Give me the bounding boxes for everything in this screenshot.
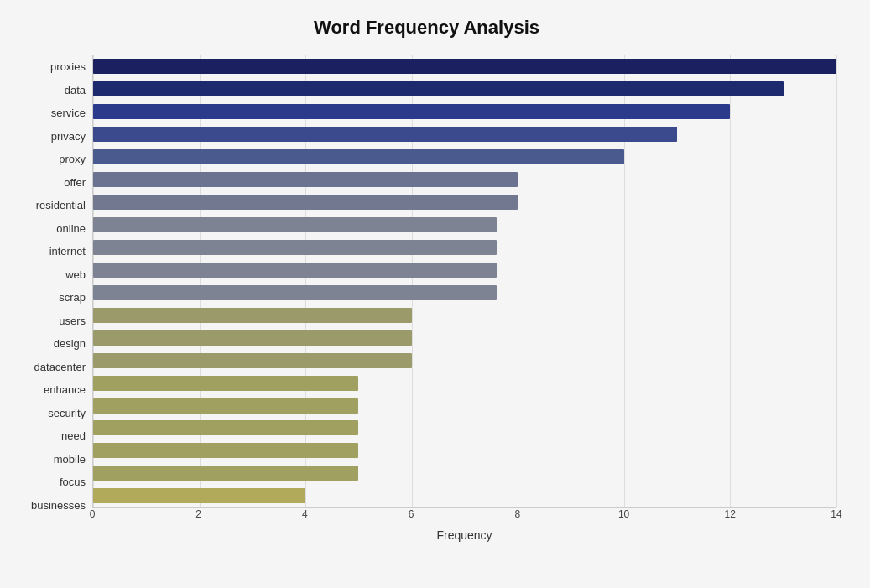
grid-line bbox=[412, 55, 413, 507]
bar-row bbox=[93, 193, 836, 211]
bar-row bbox=[93, 102, 836, 121]
bar-row bbox=[93, 306, 836, 325]
y-label: enhance bbox=[44, 384, 86, 395]
bar-row bbox=[93, 80, 836, 98]
y-label: residential bbox=[36, 200, 86, 211]
x-ticks-row: 02468101214 bbox=[92, 508, 836, 525]
x-tick: 4 bbox=[302, 508, 308, 520]
y-label: focus bbox=[60, 476, 86, 487]
x-tick: 2 bbox=[195, 508, 201, 520]
y-axis: proxiesdataserviceprivacyproxyofferresid… bbox=[17, 55, 92, 542]
chart-container: Word Frequency Analysis proxiesdataservi… bbox=[0, 0, 870, 588]
bar bbox=[93, 127, 677, 142]
bar bbox=[93, 263, 497, 278]
y-label: service bbox=[51, 107, 86, 118]
bar bbox=[93, 217, 497, 232]
y-label: web bbox=[65, 269, 86, 280]
y-label: online bbox=[56, 223, 86, 234]
y-label: businesses bbox=[31, 500, 86, 511]
bar bbox=[93, 420, 358, 435]
bar bbox=[93, 398, 358, 414]
bar bbox=[93, 330, 412, 346]
bar-row bbox=[93, 216, 836, 234]
bar bbox=[93, 353, 412, 368]
grid-line bbox=[730, 55, 731, 507]
bar bbox=[93, 81, 784, 96]
bar bbox=[93, 149, 624, 164]
bar bbox=[93, 376, 358, 391]
grid-line bbox=[624, 55, 625, 507]
y-label: proxy bbox=[59, 154, 86, 164]
y-label: users bbox=[59, 315, 86, 326]
bar bbox=[93, 195, 518, 210]
bar-row bbox=[93, 238, 836, 257]
bar bbox=[93, 240, 497, 255]
x-tick: 14 bbox=[831, 508, 841, 520]
bar-row bbox=[93, 57, 836, 75]
y-label: internet bbox=[49, 246, 86, 257]
grid-line bbox=[836, 55, 837, 507]
bars-area bbox=[92, 55, 836, 508]
x-tick: 6 bbox=[409, 508, 414, 520]
bar-row bbox=[93, 148, 836, 166]
chart-area: proxiesdataserviceprivacyproxyofferresid… bbox=[17, 55, 836, 542]
x-tick: 0 bbox=[90, 508, 96, 520]
x-tick: 8 bbox=[515, 508, 521, 520]
grid-line bbox=[305, 55, 306, 507]
y-label: datacenter bbox=[34, 362, 86, 372]
bar-row bbox=[93, 125, 836, 143]
chart-title: Word Frequency Analysis bbox=[17, 17, 836, 39]
grid-line bbox=[518, 55, 518, 507]
bar bbox=[93, 488, 305, 503]
bar-row bbox=[93, 464, 836, 482]
y-label: need bbox=[61, 430, 86, 441]
bar bbox=[93, 308, 412, 323]
x-tick: 12 bbox=[725, 508, 736, 520]
bar-row bbox=[93, 170, 836, 189]
bar bbox=[93, 285, 497, 300]
bars-and-xaxis: 02468101214 Frequency bbox=[92, 55, 836, 542]
y-label: privacy bbox=[51, 131, 86, 142]
bar bbox=[93, 466, 358, 481]
bar bbox=[93, 104, 730, 119]
bar-row bbox=[93, 487, 836, 505]
bar-row bbox=[93, 284, 836, 302]
y-label: proxies bbox=[50, 61, 86, 72]
grid-line bbox=[200, 55, 201, 507]
bar-row bbox=[93, 261, 836, 279]
bar-row bbox=[93, 419, 836, 437]
y-label: mobile bbox=[54, 454, 86, 465]
y-label: scrap bbox=[59, 292, 86, 303]
grid-line bbox=[93, 55, 94, 507]
bar-row bbox=[93, 351, 836, 370]
bar-row bbox=[93, 441, 836, 460]
x-axis-label: Frequency bbox=[92, 528, 836, 542]
bar bbox=[93, 443, 358, 458]
y-label: design bbox=[54, 338, 86, 349]
y-label: data bbox=[65, 85, 86, 96]
bar bbox=[93, 172, 518, 187]
bar-row bbox=[93, 374, 836, 393]
x-tick: 10 bbox=[618, 508, 629, 520]
bar-row bbox=[93, 329, 836, 347]
y-label: offer bbox=[64, 177, 86, 188]
bar bbox=[93, 59, 836, 74]
y-label: security bbox=[48, 408, 86, 419]
bar-row bbox=[93, 397, 836, 415]
